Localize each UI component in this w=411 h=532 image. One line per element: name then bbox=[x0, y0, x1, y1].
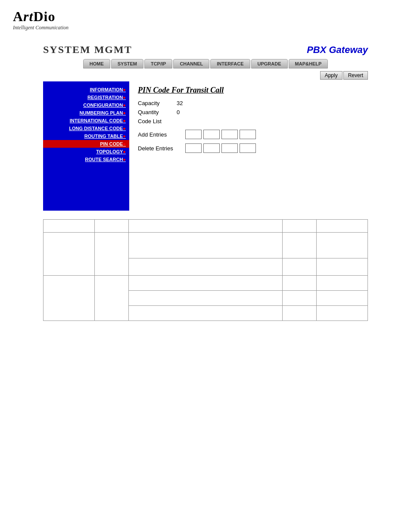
table-cell bbox=[44, 233, 95, 276]
quantity-row: Quantity 0 bbox=[138, 109, 359, 115]
quantity-label: Quantity bbox=[138, 109, 172, 115]
delete-entries-row: Delete Entries bbox=[138, 143, 359, 153]
sidebar-item-long-distance-code[interactable]: LONG DISTANCE CODE● bbox=[43, 124, 129, 132]
add-entries-row: Add Entries bbox=[138, 130, 359, 139]
revert-button[interactable]: Revert bbox=[343, 71, 368, 80]
delete-entry-input-3[interactable] bbox=[221, 143, 238, 153]
sidebar-item-pin-code[interactable]: PIN CODE● bbox=[43, 140, 129, 148]
sidebar-item-route-search-label: ROUTE SEARCH bbox=[85, 157, 123, 162]
sidebar-item-routing-table-label: ROUTING TABLE bbox=[84, 134, 123, 139]
table-cell bbox=[129, 306, 283, 321]
page-title: System MGMT bbox=[43, 44, 132, 56]
table-cell bbox=[129, 276, 283, 291]
capacity-value: 32 bbox=[177, 100, 183, 106]
table-cell bbox=[317, 276, 368, 291]
sidebar-item-configuration-label: CONFIGURATION bbox=[83, 103, 123, 108]
apply-button[interactable]: Apply bbox=[320, 71, 342, 80]
sidebar-item-pin-code-label: PIN CODE bbox=[100, 141, 123, 146]
table-cell bbox=[44, 220, 95, 233]
table-area bbox=[0, 215, 411, 325]
capacity-label: Capacity bbox=[138, 100, 172, 106]
delete-entries-label: Delete Entries bbox=[138, 145, 185, 152]
add-entry-input-2[interactable] bbox=[203, 130, 220, 139]
main-content: INFORMATION● REGISTRATION● CONFIGURATION… bbox=[0, 81, 411, 211]
sidebar-item-numbering-plan-label: NUMBERING PLAN bbox=[80, 110, 123, 115]
table-cell bbox=[129, 258, 283, 276]
logo-area: ArtDio Intelligent Communication bbox=[0, 0, 411, 35]
table-cell bbox=[94, 220, 128, 233]
pbx-gateway-title: PBX Gateway bbox=[307, 44, 368, 56]
table-cell bbox=[317, 306, 368, 321]
table-cell bbox=[129, 233, 283, 258]
content-panel: PIN Code For Transit Call Capacity 32 Qu… bbox=[129, 81, 368, 211]
capacity-row: Capacity 32 bbox=[138, 100, 359, 106]
logo-art: A bbox=[13, 9, 23, 24]
sidebar-item-international-code[interactable]: INTERNATIONAL CODE● bbox=[43, 117, 129, 124]
sidebar-item-configuration[interactable]: CONFIGURATION● bbox=[43, 101, 129, 109]
delete-entry-input-4[interactable] bbox=[240, 143, 256, 153]
table-cell bbox=[282, 220, 316, 233]
add-entry-input-3[interactable] bbox=[221, 130, 238, 139]
quantity-value: 0 bbox=[177, 109, 180, 115]
nav-tab-upgrade[interactable]: UPGRADE bbox=[251, 59, 288, 68]
table-cell bbox=[282, 276, 316, 291]
delete-entry-input-1[interactable] bbox=[185, 143, 202, 153]
add-entries-inputs bbox=[185, 130, 256, 139]
nav-bar: HOME SYSTEM TCP/IP CHANNEL INTERFACE UPG… bbox=[0, 59, 411, 68]
table-cell bbox=[129, 220, 283, 233]
panel-title: PIN Code For Transit Call bbox=[138, 86, 359, 95]
add-entries-label: Add Entries bbox=[138, 131, 185, 138]
table-cell bbox=[282, 233, 316, 258]
table-cell bbox=[317, 258, 368, 276]
table-row bbox=[44, 220, 368, 233]
sidebar-item-information-label: INFORMATION bbox=[90, 87, 123, 92]
table-row bbox=[44, 276, 368, 291]
action-buttons-row: Apply Revert bbox=[0, 69, 411, 81]
sidebar-item-long-distance-code-label: LONG DISTANCE CODE bbox=[69, 126, 123, 131]
nav-tab-system[interactable]: SYSTEM bbox=[111, 59, 143, 68]
nav-tab-tcpip[interactable]: TCP/IP bbox=[144, 59, 172, 68]
sidebar-item-topology-label: TOPOLOGY bbox=[96, 149, 123, 154]
add-entry-input-1[interactable] bbox=[185, 130, 202, 139]
logo-dio: Dio bbox=[33, 9, 55, 24]
table-cell bbox=[317, 220, 368, 233]
logo-subtitle: Intelligent Communication bbox=[13, 25, 398, 31]
logo-brand: ArtDio bbox=[13, 9, 398, 25]
sidebar-item-numbering-plan[interactable]: NUMBERING PLAN● bbox=[43, 109, 129, 117]
sidebar-item-information[interactable]: INFORMATION● bbox=[43, 86, 129, 93]
code-list-label: Code List bbox=[138, 118, 359, 124]
table-cell bbox=[94, 276, 128, 321]
nav-tab-home[interactable]: HOME bbox=[83, 59, 110, 68]
nav-tab-channel[interactable]: CHANNEL bbox=[173, 59, 209, 68]
table-cell bbox=[282, 291, 316, 306]
page-title-area: System MGMT PBX Gateway bbox=[0, 35, 411, 59]
sidebar-item-route-search[interactable]: ROUTE SEARCH● bbox=[43, 156, 129, 163]
sidebar: INFORMATION● REGISTRATION● CONFIGURATION… bbox=[43, 81, 129, 211]
table-cell bbox=[129, 291, 283, 306]
add-entry-input-4[interactable] bbox=[240, 130, 256, 139]
sidebar-item-routing-table[interactable]: ROUTING TABLE● bbox=[43, 132, 129, 140]
sidebar-item-international-code-label: INTERNATIONAL CODE bbox=[70, 118, 123, 123]
sidebar-item-registration-label: REGISTRATION bbox=[87, 95, 123, 100]
sidebar-item-registration[interactable]: REGISTRATION● bbox=[43, 93, 129, 101]
data-table bbox=[43, 219, 368, 321]
nav-tab-interface[interactable]: INTERFACE bbox=[210, 59, 250, 68]
sidebar-item-topology[interactable]: TOPOLOGY● bbox=[43, 148, 129, 156]
table-cell bbox=[44, 276, 95, 321]
table-cell bbox=[94, 233, 128, 276]
table-cell bbox=[282, 306, 316, 321]
table-cell bbox=[317, 233, 368, 258]
delete-entries-inputs bbox=[185, 143, 256, 153]
table-cell bbox=[317, 291, 368, 306]
table-cell bbox=[282, 258, 316, 276]
table-row bbox=[44, 233, 368, 258]
nav-tab-maphelp[interactable]: MAP&HELP bbox=[289, 59, 328, 68]
delete-entry-input-2[interactable] bbox=[203, 143, 220, 153]
logo-rt: rt bbox=[23, 9, 33, 24]
